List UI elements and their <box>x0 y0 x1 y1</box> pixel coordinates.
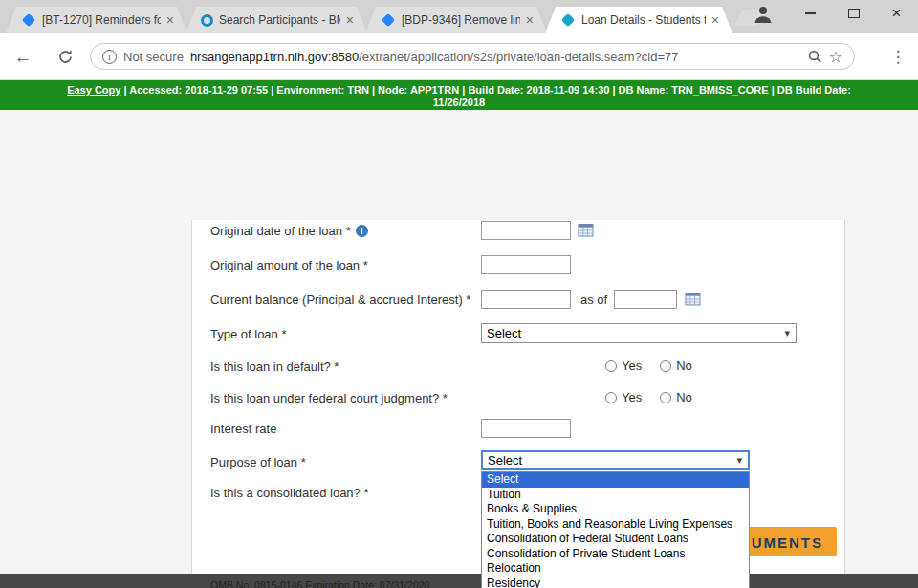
tab-title: [BT-1270] Reminders for <box>42 13 161 27</box>
current-balance-input[interactable] <box>481 290 571 309</box>
original-date-input[interactable] <box>481 221 571 240</box>
environment-bar: Easy Copy | Accessed: 2018-11-29 07:55 |… <box>0 80 918 110</box>
url-text[interactable]: hrsangenapp1trn.nih.gov:8580/extranet/ap… <box>190 50 679 64</box>
taskbar-strip <box>0 574 918 588</box>
dropdown-option[interactable]: Relocation <box>482 561 749 577</box>
default-no-radio[interactable] <box>660 360 671 372</box>
original-amount-label: Original amount of the loan * <box>210 258 368 272</box>
select-value: Select <box>488 453 522 468</box>
info-icon[interactable]: i <box>356 225 368 237</box>
dropdown-option[interactable]: Books & Supplies <box>482 502 749 517</box>
judgment-question-label: Is this loan under federal court judgmen… <box>210 391 448 405</box>
original-amount-input[interactable] <box>481 255 571 274</box>
tab-close-icon[interactable]: × <box>166 13 174 27</box>
judgment-radio-group: Yes No <box>605 390 692 404</box>
dropdown-option[interactable]: Tuition <box>482 488 749 503</box>
interest-rate-label: Interest rate <box>210 422 276 436</box>
purpose-dropdown-list: SelectTuitionBooks & SuppliesTuition, Bo… <box>481 471 750 588</box>
chevron-down-icon: ▾ <box>736 454 742 467</box>
bookmark-star-icon[interactable]: ☆ <box>829 48 842 66</box>
tab-title: Loan Details - Students t <box>581 13 706 27</box>
calendar-icon[interactable] <box>685 291 701 310</box>
omb-note: OMB No. 0915-0146 Expiration Date: 07/31… <box>210 579 429 588</box>
loan-app-favicon-icon <box>561 13 575 27</box>
default-question-label: Is this loan in default? * <box>210 359 339 374</box>
minimize-icon <box>805 12 816 14</box>
dropdown-option[interactable]: Tuition, Books and Reasonable Living Exp… <box>482 517 749 533</box>
current-balance-label: Current balance (Principal & accrued Int… <box>210 293 470 307</box>
label-text: Type of loan * <box>210 327 287 341</box>
back-button[interactable]: ← <box>8 33 38 80</box>
dropdown-option[interactable]: Residency <box>482 577 749 588</box>
default-radio-group: Yes No <box>605 359 692 373</box>
no-label: No <box>676 390 692 404</box>
label-text: Is this loan in default? * <box>210 359 339 374</box>
tab-close-icon[interactable]: × <box>346 13 354 27</box>
address-bar[interactable]: i Not secure hrsangenapp1trn.nih.gov:858… <box>90 43 855 70</box>
environment-bar-line2: 11/26/2018 <box>0 97 918 108</box>
type-of-loan-label: Type of loan * <box>210 327 287 341</box>
easy-copy-link[interactable]: Easy Copy <box>67 84 120 96</box>
tab-close-icon[interactable]: × <box>526 13 534 27</box>
purpose-of-loan-label: Purpose of loan * <box>210 455 306 469</box>
jira-favicon-icon <box>22 13 35 27</box>
dropdown-option[interactable]: Consolidation of Private Student Loans <box>482 547 749 562</box>
reload-icon <box>57 49 74 65</box>
window-close-button[interactable]: × <box>875 0 918 27</box>
window-minimize-button[interactable] <box>789 0 832 27</box>
purpose-of-loan-select[interactable]: Select ▾ <box>481 450 750 470</box>
label-text: Is this loan under federal court judgmen… <box>210 391 448 405</box>
yes-label: Yes <box>622 359 642 373</box>
as-of-date-input[interactable] <box>614 290 677 309</box>
tab-search-participants[interactable]: Search Participants - BMI × <box>186 7 367 33</box>
reload-button[interactable] <box>50 33 80 80</box>
url-path: /extranet/application/s2s/private/loan-d… <box>359 50 678 64</box>
dropdown-option[interactable]: Consolidation of Federal Student Loans <box>482 532 749 547</box>
judgment-yes-radio[interactable] <box>605 392 617 403</box>
tab-close-icon[interactable]: × <box>711 13 719 27</box>
label-text: Current balance (Principal & accrued Int… <box>210 293 470 307</box>
maximize-icon <box>848 9 860 18</box>
tab-bt-1270[interactable]: [BT-1270] Reminders for × <box>6 7 187 33</box>
original-date-label: Original date of the loan * i <box>210 224 368 238</box>
tab-bdp-9346[interactable]: [BDP-9346] Remove link × <box>365 7 547 33</box>
label-text: Purpose of loan * <box>210 455 306 469</box>
window-maximize-button[interactable] <box>832 0 875 27</box>
browser-toolbar: ← i Not secure hrsangenapp1trn.nih.gov:8… <box>0 33 918 80</box>
chevron-down-icon: ▾ <box>784 327 790 339</box>
interest-rate-input[interactable] <box>481 419 571 438</box>
tab-bar: [BT-1270] Reminders for × Search Partici… <box>0 0 918 33</box>
environment-info-text: | Accessed: 2018-11-29 07:55 | Environme… <box>123 84 850 96</box>
tab-title: Search Participants - BMI <box>219 13 340 27</box>
consolidated-question-label: Is this a consolidated loan? * <box>210 486 369 500</box>
label-text: Original date of the loan * <box>210 224 351 238</box>
label-text: Original amount of the loan * <box>210 258 368 272</box>
url-host: hrsangenapp1trn.nih.gov:8580 <box>190 50 359 64</box>
app-favicon-icon <box>201 14 213 27</box>
environment-bar-line1: Easy Copy | Accessed: 2018-11-29 07:55 |… <box>0 84 918 96</box>
type-of-loan-select[interactable]: Select ▾ <box>481 323 797 343</box>
browser-menu-icon[interactable]: ⋮ <box>882 33 914 80</box>
back-arrow-icon: ← <box>14 47 33 68</box>
calendar-icon[interactable] <box>578 222 594 241</box>
tab-title: [BDP-9346] Remove link <box>402 13 520 27</box>
not-secure-label: Not secure <box>123 50 184 64</box>
no-label: No <box>676 359 692 373</box>
judgment-no-radio[interactable] <box>660 392 671 403</box>
profile-avatar-icon[interactable] <box>752 3 775 26</box>
search-icon[interactable] <box>807 49 822 64</box>
label-text: Interest rate <box>210 422 276 436</box>
browser-window: [BT-1270] Reminders for × Search Partici… <box>0 0 918 588</box>
dropdown-option[interactable]: Select <box>482 472 749 488</box>
close-icon: × <box>892 4 902 23</box>
default-yes-radio[interactable] <box>605 360 617 372</box>
page-content: Original date of the loan * i Original a… <box>0 110 918 574</box>
site-info-icon[interactable]: i <box>102 50 117 64</box>
purpose-options: SelectTuitionBooks & SuppliesTuition, Bo… <box>482 472 749 588</box>
tab-loan-details-active[interactable]: Loan Details - Students t × <box>545 7 732 33</box>
yes-label: Yes <box>622 390 642 404</box>
jira-favicon-icon <box>382 13 395 27</box>
label-text: Is this a consolidated loan? * <box>210 486 369 500</box>
select-value: Select <box>487 326 521 340</box>
as-of-label: as of <box>580 293 607 307</box>
